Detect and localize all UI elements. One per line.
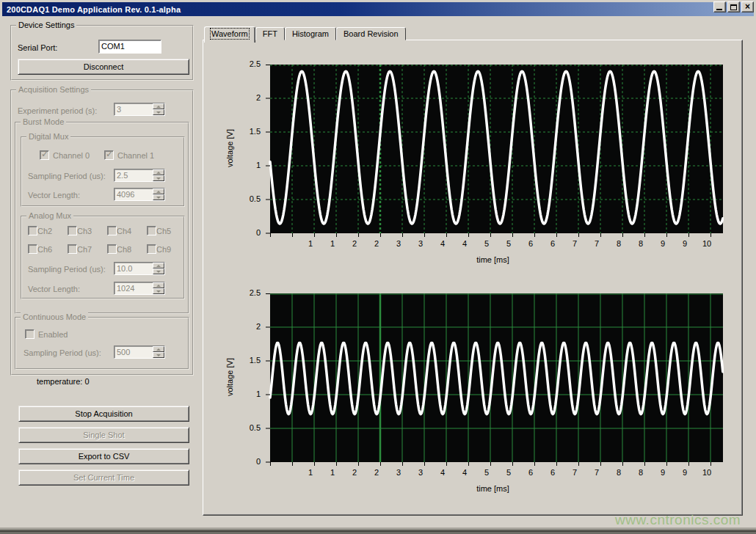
continuous-enabled-label: Enabled <box>38 330 68 339</box>
x-tick-label: 5 <box>498 468 520 477</box>
spin-up-button[interactable] <box>153 189 164 194</box>
disconnect-button[interactable]: Disconnect <box>18 59 189 75</box>
minimize-icon <box>716 9 722 10</box>
analog-mux-group-label: Analog Mux <box>26 211 73 221</box>
channel-0-checkbox[interactable]: ✓ <box>40 150 49 160</box>
y-axis-title: voltage [V] <box>225 104 234 192</box>
spin-down-button[interactable] <box>153 288 164 294</box>
maximize-button[interactable] <box>727 1 740 12</box>
tab-label: Waveform <box>211 29 248 38</box>
spin-up-button[interactable] <box>153 263 164 268</box>
y-tick-label: 0 <box>231 228 261 237</box>
ch4-checkbox-row[interactable]: Ch4 <box>107 226 147 235</box>
ch7-label: Ch7 <box>77 245 92 254</box>
ch8-checkbox[interactable] <box>107 244 117 254</box>
x-tick-label: 7 <box>564 468 586 477</box>
experiment-period-label: Experiment period (s): <box>18 106 97 115</box>
arrow-down-icon <box>156 354 161 356</box>
minimize-button[interactable] <box>713 1 726 12</box>
x-tick-label: 2 <box>344 468 366 477</box>
x-tick-label: 3 <box>410 239 432 248</box>
single-shot-button: Single Shot <box>18 427 189 443</box>
tab-waveform[interactable]: Waveform <box>204 26 255 43</box>
spin-down-button[interactable] <box>153 109 164 115</box>
spin-down-button[interactable] <box>153 194 164 200</box>
ch2-checkbox-row[interactable]: Ch2 <box>28 226 68 235</box>
stop-acquisition-button[interactable]: Stop Acquisition <box>18 406 189 422</box>
spin-up-button[interactable] <box>153 282 164 288</box>
ch2-label: Ch2 <box>37 227 52 235</box>
y-axis-title: voltage [V] <box>225 333 234 421</box>
analog-mux-group: Analog Mux Ch2Ch3Ch4Ch5Ch6Ch7Ch8Ch9 Samp… <box>21 216 185 299</box>
export-to-csv-button[interactable]: Export to CSV <box>18 448 189 464</box>
ch8-label: Ch8 <box>117 245 131 254</box>
analog-vector-length-value: 1024 <box>115 282 153 294</box>
spin-up-button[interactable] <box>153 103 164 109</box>
spin-down-button[interactable] <box>153 175 164 181</box>
channel-1-checkbox-row[interactable]: ✓ Channel 1 <box>104 150 154 160</box>
x-tick-label: 4 <box>454 239 476 248</box>
arrow-down-icon <box>156 290 161 293</box>
ch7-checkbox[interactable] <box>68 244 77 254</box>
temperature-readout: temperature: 0 <box>37 377 90 386</box>
y-tick-label: 1 <box>231 389 261 398</box>
channel-0-label: Channel 0 <box>53 151 90 160</box>
x-tick-label: 8 <box>608 239 630 248</box>
spin-down-button[interactable] <box>153 352 164 358</box>
arrow-down-icon <box>156 111 161 114</box>
ch2-checkbox[interactable] <box>28 226 37 235</box>
spin-down-button[interactable] <box>153 268 164 274</box>
x-tick-label: 4 <box>432 468 454 477</box>
burst-mode-group: Burst Mode Digital Mux ✓ Channel 0 ✓ Cha… <box>15 122 189 314</box>
ch3-checkbox-row[interactable]: Ch3 <box>68 226 107 235</box>
x-tick-label: 8 <box>630 468 652 477</box>
ch8-checkbox-row[interactable]: Ch8 <box>107 244 147 254</box>
digital-mux-group-label: Digital Mux <box>26 132 70 142</box>
ch6-label: Ch6 <box>37 245 52 254</box>
x-tick-label: 4 <box>454 468 476 477</box>
x-tick-label: 7 <box>586 468 608 477</box>
ch6-checkbox-row[interactable]: Ch6 <box>28 244 68 254</box>
tab-histogram[interactable]: Histogram <box>285 27 336 40</box>
arrow-down-icon <box>156 197 161 199</box>
tab-bar: WaveformFFTHistogramBoard Revision <box>204 26 406 40</box>
channel-1-checkbox[interactable]: ✓ <box>104 150 114 160</box>
continuous-enabled-checkbox[interactable] <box>25 329 34 339</box>
experiment-period-value: 3 <box>115 103 153 115</box>
x-tick-label: 8 <box>608 468 630 477</box>
ch9-checkbox-row[interactable]: Ch9 <box>147 244 186 254</box>
ch7-checkbox-row[interactable]: Ch7 <box>68 244 107 254</box>
x-tick-label: 2 <box>366 239 388 248</box>
acquisition-settings-group-label: Acquisition Settings <box>16 85 91 95</box>
device-settings-group: Device Settings Serial Port: COM1 Discon… <box>10 25 194 81</box>
ch9-checkbox[interactable] <box>147 244 156 254</box>
tab-fft[interactable]: FFT <box>255 27 285 40</box>
serial-port-label: Serial Port: <box>18 43 57 52</box>
y-tick-label: 2 <box>231 322 261 331</box>
ch3-checkbox[interactable] <box>68 226 77 235</box>
ch5-checkbox[interactable] <box>147 226 156 235</box>
ch4-checkbox[interactable] <box>107 226 117 235</box>
y-tick-label: 1.5 <box>231 356 261 365</box>
arrow-up-icon <box>156 172 161 174</box>
serial-port-value: COM1 <box>101 42 125 51</box>
close-button[interactable]: × <box>741 1 754 12</box>
experiment-period-spinner: 3 <box>114 103 165 116</box>
ch5-checkbox-row[interactable]: Ch5 <box>147 226 186 235</box>
continuous-enabled-row[interactable]: Enabled <box>25 329 68 339</box>
x-tick-label: 9 <box>674 468 696 477</box>
spin-up-button[interactable] <box>153 169 164 175</box>
tab-board-revision[interactable]: Board Revision <box>336 27 406 40</box>
serial-port-input[interactable]: COM1 <box>98 40 161 54</box>
x-tick-label: 3 <box>388 468 410 477</box>
x-tick-label: 6 <box>520 468 542 477</box>
x-tick-label: 9 <box>674 239 696 248</box>
x-tick-label: 3 <box>388 239 410 248</box>
ch6-checkbox[interactable] <box>28 244 37 254</box>
spin-up-button[interactable] <box>153 346 164 352</box>
ch9-label: Ch9 <box>156 245 171 254</box>
check-icon: ✓ <box>106 149 113 159</box>
x-tick-label: 1 <box>299 468 321 477</box>
channel-0-checkbox-row[interactable]: ✓ Channel 0 <box>40 150 90 160</box>
continuous-mode-group: Continuous Mode Enabled Sampling Period … <box>15 317 189 370</box>
